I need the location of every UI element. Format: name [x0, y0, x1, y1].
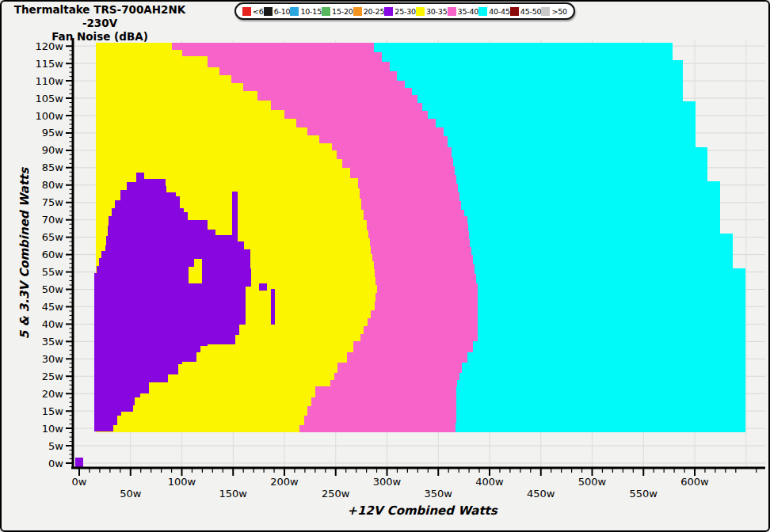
x-tick-label: 400w: [475, 476, 504, 488]
y-axis-title: 5 & 3.3V Combined Watts: [17, 168, 32, 339]
y-tick-label: 30w: [42, 353, 64, 365]
y-tick-label: 25w: [42, 370, 64, 382]
x-tick-label: 250w: [322, 488, 350, 500]
y-tick-label: 35w: [42, 336, 64, 348]
x-tick-label: 150w: [219, 488, 248, 500]
noise-regions: [75, 43, 745, 467]
x-tick-label: 450w: [527, 488, 555, 500]
fan-noise-chart: Thermaltake TRS-700AH2NK -230V Fan Noise…: [0, 0, 770, 532]
x-tick-label: 200w: [270, 476, 299, 488]
y-tick-label: 40w: [42, 318, 64, 330]
y-tick-label: 100w: [36, 110, 64, 122]
y-tick-label: 60w: [42, 249, 64, 260]
y-tick-label: 20w: [42, 388, 64, 400]
x-axis-title: +12V Combined Watts: [288, 504, 557, 518]
region-25-30-sliver: [271, 289, 275, 325]
x-tick-label: 500w: [578, 476, 607, 488]
y-tick-label: 90w: [42, 144, 64, 156]
x-tick-label: 100w: [168, 476, 196, 488]
region-25-30-origin-cell: [75, 458, 83, 466]
y-tick-label: 45w: [42, 301, 64, 313]
x-tick-label: 50w: [120, 488, 142, 500]
x-tick-label: 550w: [630, 488, 658, 500]
y-tick-label: 15w: [42, 405, 64, 417]
y-tick-label: 55w: [42, 266, 64, 278]
y-tick-label: 10w: [42, 423, 64, 435]
x-tick-label: 300w: [373, 476, 402, 488]
y-tick-label: 0w: [48, 458, 63, 469]
y-tick-label: 85w: [42, 162, 64, 173]
y-tick-label: 80w: [42, 179, 64, 191]
y-tick-label: 95w: [42, 127, 64, 139]
y-tick-label: 105w: [36, 93, 64, 104]
y-tick-label: 75w: [42, 196, 64, 208]
x-tick-label: 350w: [425, 488, 453, 500]
y-tick-label: 110w: [36, 75, 64, 87]
x-tick-label: 600w: [680, 476, 709, 488]
y-tick-label: 50w: [42, 283, 64, 295]
region-25-30-dash: [259, 283, 267, 291]
plot-area: 0w5w10w15w20w25w30w35w40w45w50w55w60w65w…: [0, 0, 770, 532]
y-tick-label: 5w: [48, 440, 63, 452]
x-tick-label: 0w: [72, 476, 87, 488]
y-tick-label: 65w: [42, 231, 64, 243]
y-tick-label: 120w: [36, 40, 64, 52]
y-tick-label: 70w: [42, 214, 64, 226]
y-tick-label: 115w: [36, 58, 64, 70]
